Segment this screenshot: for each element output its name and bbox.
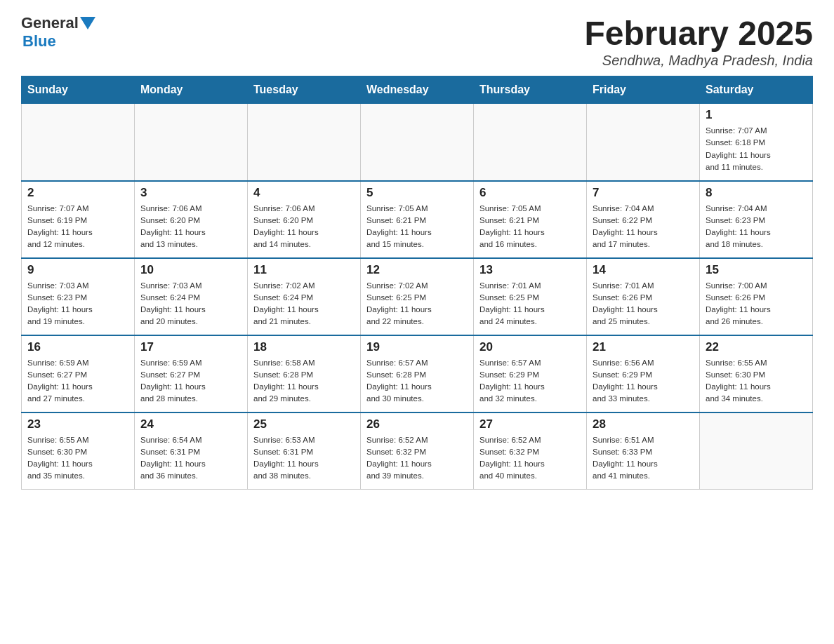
day-info: Sunrise: 7:01 AMSunset: 6:26 PMDaylight:…: [593, 280, 694, 328]
calendar-day-cell: 7Sunrise: 7:04 AMSunset: 6:22 PMDaylight…: [587, 181, 700, 258]
calendar-week-row: 1Sunrise: 7:07 AMSunset: 6:18 PMDaylight…: [22, 104, 813, 181]
day-number: 27: [479, 417, 581, 431]
calendar-day-cell: 11Sunrise: 7:02 AMSunset: 6:24 PMDayligh…: [248, 258, 361, 335]
calendar-day-cell: 13Sunrise: 7:01 AMSunset: 6:25 PMDayligh…: [474, 258, 587, 335]
day-number: 13: [479, 263, 581, 277]
calendar-day-cell: 10Sunrise: 7:03 AMSunset: 6:24 PMDayligh…: [135, 258, 248, 335]
day-info: Sunrise: 7:07 AMSunset: 6:18 PMDaylight:…: [706, 125, 807, 173]
calendar-day-cell: 24Sunrise: 6:54 AMSunset: 6:31 PMDayligh…: [135, 412, 248, 490]
day-number: 12: [366, 263, 468, 277]
day-number: 2: [27, 186, 128, 200]
calendar-day-cell: [361, 104, 474, 181]
day-number: 19: [366, 340, 468, 354]
calendar-day-cell: 17Sunrise: 6:59 AMSunset: 6:27 PMDayligh…: [135, 335, 248, 412]
calendar-day-cell: 25Sunrise: 6:53 AMSunset: 6:31 PMDayligh…: [248, 412, 361, 490]
day-info: Sunrise: 6:53 AMSunset: 6:31 PMDaylight:…: [253, 434, 355, 483]
day-number: 23: [27, 417, 128, 431]
calendar-day-cell: 20Sunrise: 6:57 AMSunset: 6:29 PMDayligh…: [474, 335, 587, 412]
calendar-day-cell: 3Sunrise: 7:06 AMSunset: 6:20 PMDaylight…: [135, 181, 248, 258]
calendar-week-row: 2Sunrise: 7:07 AMSunset: 6:19 PMDaylight…: [22, 181, 813, 258]
calendar-day-cell: [248, 104, 361, 181]
day-number: 18: [253, 340, 355, 354]
logo-triangle-icon: [80, 17, 95, 29]
day-info: Sunrise: 6:51 AMSunset: 6:33 PMDaylight:…: [593, 434, 694, 483]
day-number: 20: [479, 340, 581, 354]
day-info: Sunrise: 7:05 AMSunset: 6:21 PMDaylight:…: [366, 203, 468, 251]
day-info: Sunrise: 7:07 AMSunset: 6:19 PMDaylight:…: [27, 203, 128, 251]
day-info: Sunrise: 6:55 AMSunset: 6:30 PMDaylight:…: [706, 357, 807, 405]
calendar-week-row: 16Sunrise: 6:59 AMSunset: 6:27 PMDayligh…: [22, 335, 813, 412]
day-number: 8: [706, 186, 807, 200]
day-number: 6: [479, 186, 581, 200]
day-number: 4: [253, 186, 355, 200]
calendar-day-cell: 12Sunrise: 7:02 AMSunset: 6:25 PMDayligh…: [361, 258, 474, 335]
calendar-day-cell: 2Sunrise: 7:07 AMSunset: 6:19 PMDaylight…: [22, 181, 135, 258]
calendar-subtitle: Sendhwa, Madhya Pradesh, India: [584, 53, 813, 69]
day-info: Sunrise: 7:03 AMSunset: 6:23 PMDaylight:…: [27, 280, 128, 328]
day-number: 14: [593, 263, 694, 277]
day-info: Sunrise: 7:03 AMSunset: 6:24 PMDaylight:…: [140, 280, 241, 328]
logo-text-blue: Blue: [22, 32, 56, 51]
calendar-day-cell: 22Sunrise: 6:55 AMSunset: 6:30 PMDayligh…: [700, 335, 813, 412]
calendar-table: SundayMondayTuesdayWednesdayThursdayFrid…: [21, 76, 813, 490]
calendar-day-cell: 18Sunrise: 6:58 AMSunset: 6:28 PMDayligh…: [248, 335, 361, 412]
day-info: Sunrise: 6:52 AMSunset: 6:32 PMDaylight:…: [366, 434, 468, 483]
weekday-header-tuesday: Tuesday: [248, 76, 361, 104]
weekday-header-saturday: Saturday: [700, 76, 813, 104]
day-number: 25: [253, 417, 355, 431]
calendar-week-row: 9Sunrise: 7:03 AMSunset: 6:23 PMDaylight…: [22, 258, 813, 335]
day-number: 9: [27, 263, 128, 277]
weekday-header-thursday: Thursday: [474, 76, 587, 104]
calendar-day-cell: 9Sunrise: 7:03 AMSunset: 6:23 PMDaylight…: [22, 258, 135, 335]
day-info: Sunrise: 7:06 AMSunset: 6:20 PMDaylight:…: [253, 203, 355, 251]
day-info: Sunrise: 6:57 AMSunset: 6:28 PMDaylight:…: [366, 357, 468, 405]
calendar-day-cell: 26Sunrise: 6:52 AMSunset: 6:32 PMDayligh…: [361, 412, 474, 490]
day-number: 21: [593, 340, 694, 354]
calendar-day-cell: 8Sunrise: 7:04 AMSunset: 6:23 PMDaylight…: [700, 181, 813, 258]
day-number: 16: [27, 340, 128, 354]
day-info: Sunrise: 6:54 AMSunset: 6:31 PMDaylight:…: [140, 434, 241, 483]
day-number: 17: [140, 340, 241, 354]
day-info: Sunrise: 6:56 AMSunset: 6:29 PMDaylight:…: [593, 357, 694, 405]
day-info: Sunrise: 7:02 AMSunset: 6:24 PMDaylight:…: [253, 280, 355, 328]
day-info: Sunrise: 7:02 AMSunset: 6:25 PMDaylight:…: [366, 280, 468, 328]
calendar-day-cell: 6Sunrise: 7:05 AMSunset: 6:21 PMDaylight…: [474, 181, 587, 258]
weekday-header-sunday: Sunday: [22, 76, 135, 104]
logo: General Blue: [21, 14, 95, 51]
day-info: Sunrise: 7:04 AMSunset: 6:22 PMDaylight:…: [593, 203, 694, 251]
day-info: Sunrise: 7:00 AMSunset: 6:26 PMDaylight:…: [706, 280, 807, 328]
day-info: Sunrise: 7:06 AMSunset: 6:20 PMDaylight:…: [140, 203, 241, 251]
svg-marker-0: [80, 17, 95, 29]
calendar-day-cell: [22, 104, 135, 181]
calendar-day-cell: 23Sunrise: 6:55 AMSunset: 6:30 PMDayligh…: [22, 412, 135, 490]
weekday-header-wednesday: Wednesday: [361, 76, 474, 104]
calendar-day-cell: 5Sunrise: 7:05 AMSunset: 6:21 PMDaylight…: [361, 181, 474, 258]
day-info: Sunrise: 7:04 AMSunset: 6:23 PMDaylight:…: [706, 203, 807, 251]
day-number: 3: [140, 186, 241, 200]
day-info: Sunrise: 7:01 AMSunset: 6:25 PMDaylight:…: [479, 280, 581, 328]
title-section: February 2025 Sendhwa, Madhya Pradesh, I…: [584, 14, 813, 69]
day-number: 5: [366, 186, 468, 200]
calendar-day-cell: 1Sunrise: 7:07 AMSunset: 6:18 PMDaylight…: [700, 104, 813, 181]
day-number: 26: [366, 417, 468, 431]
day-info: Sunrise: 6:57 AMSunset: 6:29 PMDaylight:…: [479, 357, 581, 405]
calendar-day-cell: 19Sunrise: 6:57 AMSunset: 6:28 PMDayligh…: [361, 335, 474, 412]
calendar-day-cell: [700, 412, 813, 490]
calendar-day-cell: [135, 104, 248, 181]
day-number: 15: [706, 263, 807, 277]
day-number: 1: [706, 108, 807, 122]
page-header: General Blue February 2025 Sendhwa, Madh…: [21, 14, 813, 69]
day-number: 22: [706, 340, 807, 354]
calendar-day-cell: [474, 104, 587, 181]
day-number: 28: [593, 417, 694, 431]
day-info: Sunrise: 6:52 AMSunset: 6:32 PMDaylight:…: [479, 434, 581, 483]
day-number: 24: [140, 417, 241, 431]
day-number: 11: [253, 263, 355, 277]
calendar-day-cell: 15Sunrise: 7:00 AMSunset: 6:26 PMDayligh…: [700, 258, 813, 335]
calendar-day-cell: [587, 104, 700, 181]
calendar-day-cell: 4Sunrise: 7:06 AMSunset: 6:20 PMDaylight…: [248, 181, 361, 258]
calendar-week-row: 23Sunrise: 6:55 AMSunset: 6:30 PMDayligh…: [22, 412, 813, 490]
day-info: Sunrise: 6:55 AMSunset: 6:30 PMDaylight:…: [27, 434, 128, 483]
weekday-header-row: SundayMondayTuesdayWednesdayThursdayFrid…: [22, 76, 813, 104]
day-info: Sunrise: 6:58 AMSunset: 6:28 PMDaylight:…: [253, 357, 355, 405]
